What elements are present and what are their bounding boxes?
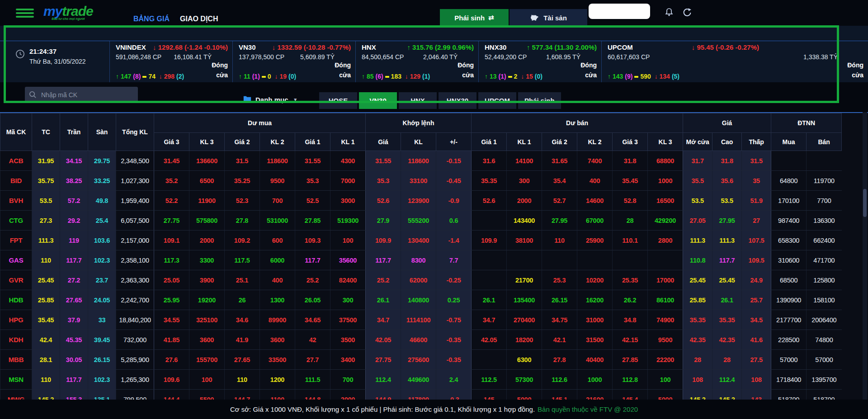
table-row: BVH53.557.249.81,959,40052.21190052.3700… (0, 191, 842, 211)
cell: 2,358,100 (116, 250, 154, 270)
stock-symbol[interactable]: HPG (0, 310, 32, 330)
cell: 62000 (401, 270, 436, 290)
cell: 25.85 (683, 290, 712, 310)
cell: 34.6 (225, 310, 260, 330)
nav-trading[interactable]: GIAO DỊCH (180, 15, 218, 23)
cell: 119 (60, 231, 88, 250)
cell: 27.05 (683, 211, 712, 231)
tab-vn30[interactable]: VN30 (359, 92, 397, 109)
cell: 23.7 (88, 270, 116, 290)
cell: 0.6 (436, 211, 472, 231)
index-name: HNX30 (485, 43, 506, 51)
tab-hnx[interactable]: HNX (399, 92, 437, 109)
cell: 31500 (577, 330, 613, 350)
cell: 14600 (577, 191, 613, 211)
scrollbar-track[interactable] (863, 112, 867, 400)
tab-hose[interactable]: HOSE (319, 92, 357, 109)
search-input[interactable] (25, 87, 138, 103)
stock-symbol[interactable]: MSN (0, 370, 32, 390)
cell: 3900 (189, 270, 225, 290)
cell: 26.1 (472, 290, 507, 310)
cell: 42.1 (542, 330, 577, 350)
stock-symbol[interactable]: FPT (0, 231, 32, 250)
cell: 658300 (771, 231, 807, 250)
cell: 86100 (648, 290, 683, 310)
col-header-kl-3: KL 3 (189, 133, 225, 151)
tab-hnx30[interactable]: HNX30 (439, 92, 476, 109)
cell: 118600 (260, 151, 295, 171)
cell: 112.4 (366, 370, 401, 390)
stock-symbol[interactable]: BVH (0, 191, 32, 211)
cell: 24.9 (742, 270, 771, 290)
cell: 53.5 (32, 191, 60, 211)
cell: 118600 (401, 151, 436, 171)
stock-symbol[interactable]: KDH (0, 330, 32, 350)
cell: 112.8 (613, 370, 648, 390)
stock-symbol[interactable]: HDB (0, 290, 32, 310)
scrollbar-thumb[interactable] (863, 189, 867, 217)
index-volume: 84,500,654 CP (362, 53, 404, 61)
tab-upcom[interactable]: UPCOM (478, 92, 516, 109)
cell: -0.3 (436, 390, 472, 400)
col-header-bán: Bán (807, 133, 842, 151)
cell: 10200 (577, 270, 613, 290)
stock-symbol[interactable]: ACB (0, 151, 32, 171)
cell: 42.05 (366, 330, 401, 350)
cell: 21600 (577, 390, 613, 400)
stock-symbol[interactable]: BID (0, 171, 32, 191)
cell: 112.4 (712, 370, 742, 390)
cell: 42.35 (683, 330, 712, 350)
cell: 7000 (330, 171, 366, 191)
cell: 110.1 (613, 231, 648, 250)
refresh-icon[interactable] (682, 7, 693, 19)
menu-icon[interactable] (16, 9, 34, 19)
cell: 117.5 (225, 250, 260, 270)
table-row: GAS110117.7102.32,358,100117.33300117.56… (0, 250, 842, 270)
cell: 518700 (807, 390, 842, 400)
cell: 26.15 (88, 350, 116, 370)
cell: 26.1 (366, 290, 401, 310)
cell: 18200 (507, 330, 542, 350)
stock-symbol[interactable]: MBB (0, 350, 32, 370)
table-row: MWG145.2155.3135.1799,500144.45500144.71… (0, 390, 842, 400)
cell: 135400 (507, 290, 542, 310)
app-window: mytrade Đầu tư cho mọi người BẢNG GIÁ GI… (0, 0, 868, 419)
cell: 109.5 (742, 250, 771, 270)
cell: 7.7 (436, 250, 472, 270)
cell: 144.8 (295, 390, 330, 400)
cell: 27.3 (32, 211, 60, 231)
cell: 109.2 (225, 231, 260, 250)
cell (472, 250, 507, 270)
index-breadth: ↑ 143(9)590 ↓ 134(5) (608, 73, 681, 80)
cell: 52.6 (472, 191, 507, 211)
index-value: 1,338.38 TỶ (803, 53, 838, 61)
stock-symbol[interactable]: MWG (0, 390, 32, 400)
cell: 27.8 (542, 350, 577, 370)
cell: 27.85 (295, 211, 330, 231)
watchlist-dropdown[interactable]: Danh mục ▾ (243, 94, 297, 105)
stock-symbol[interactable]: CTG (0, 211, 32, 231)
cell: 145.1 (542, 390, 577, 400)
cell: 310600 (771, 250, 807, 270)
cell: 429200 (648, 211, 683, 231)
cell: 31.8 (712, 151, 742, 171)
cell: 108 (742, 370, 771, 390)
stock-symbol[interactable]: GVR (0, 270, 32, 290)
stock-symbol[interactable]: GAS (0, 250, 32, 270)
cell: 34.75 (542, 310, 577, 330)
piggy-bank-icon (530, 14, 539, 22)
derivatives-button[interactable]: Phái sinh⇄ (440, 9, 509, 26)
nav-price-board[interactable]: BẢNG GIÁ (133, 15, 170, 23)
cell: 31.6 (472, 151, 507, 171)
cell: 27.75 (154, 211, 189, 231)
tab-phái-sinh[interactable]: Phái sinh (518, 92, 561, 109)
table-row: BID35.7538.2533.251,027,30035.2650035.25… (0, 171, 842, 191)
folder-icon (243, 95, 251, 104)
notifications-bell-icon[interactable] (664, 7, 675, 19)
assets-button[interactable]: Tài sản (509, 9, 587, 26)
cell: 33500 (260, 350, 295, 370)
cell: 34.7 (472, 310, 507, 330)
col-header-mở-cửa: Mở cửa (683, 133, 712, 151)
cell: 38.25 (60, 171, 88, 191)
cell: 26.2 (613, 290, 648, 310)
